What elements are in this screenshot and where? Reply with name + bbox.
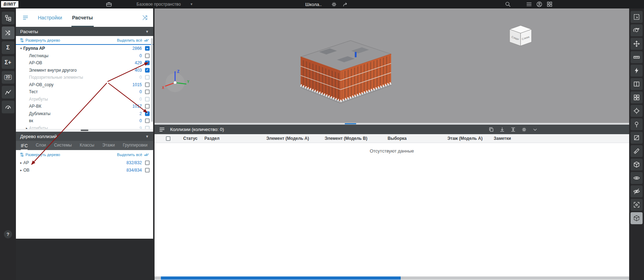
tool-collisions[interactable]: [2, 26, 14, 39]
panel-tab-bar: Настройки Расчеты: [16, 8, 153, 27]
tree-row[interactable]: Подозрительные элементы0: [16, 74, 153, 81]
tree-row[interactable]: Элемент внутри другого403: [16, 67, 153, 74]
tree-row[interactable]: АР-ОВ429: [16, 59, 153, 67]
tool-measure[interactable]: [631, 51, 643, 63]
3d-view[interactable]: Z Y X Сзади Слева: [155, 8, 629, 123]
calc-tree-hscrollbar[interactable]: [16, 129, 153, 132]
panel-resize-handle[interactable]: [345, 123, 356, 124]
collision-tree-header-label: Дерево коллизий: [20, 134, 57, 139]
expand-tree-button[interactable]: Развернуть дерево: [20, 38, 60, 42]
tool-section-plane[interactable]: [631, 132, 643, 144]
tool-visibility-on[interactable]: [631, 172, 643, 184]
apps-grid-button[interactable]: [546, 0, 553, 8]
project-settings-button[interactable]: [331, 0, 337, 8]
tree-item-checkbox[interactable]: [145, 61, 150, 65]
tree-row[interactable]: Лестницы0: [16, 52, 153, 60]
tool-sum-plus[interactable]: Σ+: [2, 56, 14, 69]
caret-icon[interactable]: ▸: [19, 168, 23, 172]
tree-row[interactable]: ▸Атрибуты9: [16, 125, 153, 129]
apps-grid-icon: [546, 1, 553, 7]
calc-tree-hscroll-thumb[interactable]: [81, 130, 88, 131]
menu-list-button[interactable]: [526, 0, 532, 8]
tree-item-checkbox[interactable]: [145, 46, 150, 51]
tree-item-count: 2866: [132, 46, 142, 51]
calc-tree-vscroll-thumb[interactable]: [151, 38, 153, 122]
tree-item-count: 9: [139, 126, 142, 129]
view-cube[interactable]: Сзади Слева: [508, 24, 533, 49]
collision-tree-tab-ifc[interactable]: IFC: [21, 143, 28, 150]
collision-tree-tab-этажи[interactable]: Этажи: [102, 143, 115, 150]
tree-item-checkbox[interactable]: [145, 82, 150, 87]
collapse-panel-button[interactable]: [532, 127, 538, 132]
tool-2d-view[interactable]: 2D: [2, 71, 14, 84]
export-button[interactable]: [499, 127, 505, 132]
copy-table-button[interactable]: [488, 127, 494, 132]
collapse-section-chevron-icon[interactable]: ▼: [145, 30, 149, 34]
tree-item-checkbox[interactable]: [145, 119, 150, 123]
tool-quick-clash[interactable]: [631, 65, 643, 77]
tree-row[interactable]: Тест0: [16, 88, 153, 96]
account-button[interactable]: [536, 0, 543, 8]
tool-isolate[interactable]: [631, 199, 643, 211]
collisions-menu-button[interactable]: [159, 126, 165, 133]
collision-tree-tab-классы[interactable]: Классы: [80, 143, 94, 150]
tool-frame-select[interactable]: [631, 11, 643, 23]
tab-calculations[interactable]: Расчеты: [71, 8, 94, 27]
tree-item-checkbox[interactable]: [145, 168, 150, 172]
search-button[interactable]: [505, 0, 511, 8]
tool-section-cut[interactable]: [631, 145, 643, 157]
panel-menu-button[interactable]: [22, 14, 29, 21]
tool-viewports[interactable]: [631, 91, 643, 103]
collision-tree-tab-системы[interactable]: Системы: [54, 143, 72, 150]
tree-item-checkbox[interactable]: [145, 160, 150, 165]
collisions-shuffle-button[interactable]: [142, 14, 149, 21]
collisions-hscrollbar[interactable]: [155, 276, 629, 280]
expand-tree-button[interactable]: Развернуть дерево: [20, 153, 60, 157]
tab-settings[interactable]: Настройки: [37, 8, 63, 27]
tool-sum[interactable]: Σ: [2, 41, 14, 54]
select-all-button[interactable]: Выделить всё: [117, 153, 149, 157]
row-height-button[interactable]: [510, 127, 516, 132]
tree-row[interactable]: АР-ВК1017: [16, 103, 153, 110]
tool-orbit[interactable]: [631, 24, 643, 36]
tree-item-label: АР-ОВ_copy: [29, 82, 53, 87]
select-all-checkbox[interactable]: [166, 136, 170, 141]
collision-tree-tab-слои[interactable]: Слои: [36, 143, 46, 150]
tool-pan[interactable]: [631, 38, 643, 50]
share-button[interactable]: [342, 0, 349, 8]
tool-clip-box[interactable]: [631, 159, 643, 171]
tree-item-checkbox[interactable]: [145, 68, 150, 72]
tree-row[interactable]: Атрибуты0: [16, 96, 153, 103]
collisions-hscroll-thumb[interactable]: [161, 276, 401, 280]
tool-graphs[interactable]: [2, 86, 14, 99]
tree-row[interactable]: вк0: [16, 117, 153, 125]
select-all-button[interactable]: Выделить всё: [117, 38, 149, 42]
tool-transparency-box[interactable]: [631, 212, 643, 224]
caret-icon[interactable]: ▸: [24, 126, 29, 129]
tree-item-checkbox[interactable]: [145, 111, 150, 116]
tool-focus[interactable]: [631, 105, 643, 117]
caret-icon[interactable]: ▾: [19, 47, 23, 50]
briefcase-button[interactable]: [106, 0, 112, 8]
caret-icon[interactable]: ▸: [19, 161, 23, 165]
table-settings-button[interactable]: [521, 127, 527, 132]
transparency-box-icon: [633, 215, 640, 222]
tree-row[interactable]: ▾Группа АР2866: [16, 45, 153, 52]
tool-compare-split[interactable]: [631, 78, 643, 90]
tool-pin[interactable]: [631, 118, 643, 130]
tree-row[interactable]: АР-ОВ_copy1015: [16, 81, 153, 89]
tree-item-checkbox[interactable]: [145, 90, 150, 94]
collision-tree-tab-группировки[interactable]: Группировки: [123, 143, 147, 150]
collapse-section-chevron-icon[interactable]: ▼: [145, 135, 149, 138]
tree-item-checkbox[interactable]: [145, 53, 150, 58]
tool-model-tree[interactable]: [2, 12, 14, 24]
help-button[interactable]: ?: [4, 230, 12, 238]
tree-row[interactable]: ▸ОВ834/834: [16, 166, 153, 174]
workspace-selector[interactable]: Базовое пространство ▼: [137, 0, 193, 8]
collision-tree-rows: ▸АР832/832▸ОВ834/834: [16, 159, 153, 238]
tree-row[interactable]: ▸АР832/832: [16, 159, 153, 166]
tree-row[interactable]: Дубликаты2: [16, 110, 153, 118]
tree-item-checkbox[interactable]: [145, 104, 150, 109]
tool-dashboard[interactable]: [2, 101, 14, 113]
tool-visibility-off[interactable]: [631, 185, 643, 197]
